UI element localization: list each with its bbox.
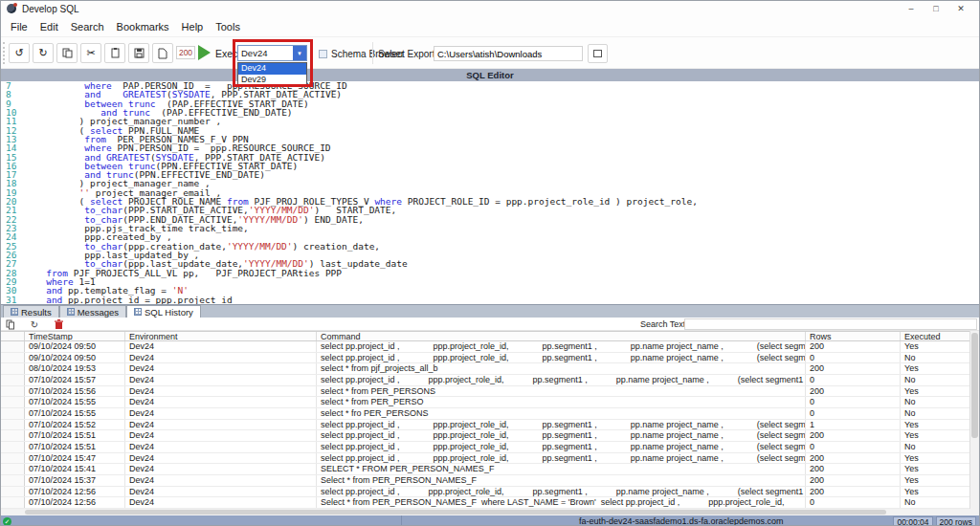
server-name: fa-euth-dev24-saasfademo1.ds-fa.oraclepd… [402, 516, 893, 526]
refresh-button[interactable]: ↻ [28, 318, 41, 330]
connection-ok-icon: ✓ [3, 517, 11, 526]
status-bar: ✓ fa-euth-dev24-saasfademo1.ds-fa.oracle… [1, 515, 979, 526]
window-title: Develop SQL [22, 4, 78, 14]
dropdown-option-dev29[interactable]: Dev29 [238, 75, 306, 86]
delete-history-button[interactable] [52, 318, 65, 330]
history-row[interactable]: 09/10/2024 09:50Dev24select pp.project_i… [1, 341, 971, 353]
maximize-button[interactable]: □ [924, 4, 948, 13]
cell-rows: 1 [806, 420, 901, 430]
column-header-environment: Environment [125, 332, 317, 340]
history-row[interactable]: 07/10/2024 15:37Dev24Select * from PER_P… [1, 475, 971, 487]
history-row[interactable]: 07/10/2024 15:52Dev24select pp.project_i… [1, 420, 971, 431]
cell-timestamp: 07/10/2024 12:56 [25, 487, 125, 497]
history-row[interactable]: 07/10/2024 15:51Dev24select pp.project_i… [1, 442, 971, 453]
grid-vertical-scrollbar[interactable] [969, 331, 979, 509]
execute-play-icon[interactable] [198, 45, 211, 60]
undo-button[interactable]: ↺ [9, 43, 30, 63]
menu-item-tools[interactable]: Tools [215, 21, 240, 33]
menu-item-file[interactable]: File [11, 21, 28, 33]
cell-timestamp: 07/10/2024 12:56 [25, 497, 125, 508]
history-row[interactable]: 07/10/2024 15:56Dev24select * from PER_P… [1, 386, 971, 398]
environment-dropdown[interactable]: Dev24 ▼ [237, 45, 307, 61]
redo-button[interactable]: ↻ [33, 43, 54, 63]
history-row[interactable]: 07/10/2024 15:47Dev24select pp.project_i… [1, 453, 971, 465]
search-text-input[interactable] [684, 318, 977, 330]
tab-label: Messages [78, 307, 119, 318]
row-selector [1, 464, 25, 474]
menu-item-search[interactable]: Search [71, 21, 104, 33]
grid-horizontal-scrollbar[interactable] [1, 509, 979, 515]
cell-executed: Yes [901, 341, 970, 352]
cell-environment: Dev24 [125, 475, 317, 486]
app-icon [7, 4, 16, 13]
row-selector [1, 375, 25, 385]
cell-rows: 0 [806, 353, 901, 363]
minimize-button[interactable]: – [899, 4, 924, 13]
results-tabs: ResultsMessagesSQL History [1, 304, 979, 318]
cell-executed: Yes [901, 430, 970, 441]
cell-command: select pp.project_id , ppp.project_role_… [317, 375, 806, 385]
cell-rows: 200 [806, 341, 901, 352]
history-row[interactable]: 07/10/2024 12:56Dev24select pp.project_i… [1, 487, 971, 498]
tab-results[interactable]: Results [3, 305, 59, 318]
menu-item-edit[interactable]: Edit [40, 21, 58, 33]
cell-executed: Yes [901, 487, 970, 497]
trash-icon [55, 319, 63, 330]
scissors-icon: ✂ [86, 47, 95, 59]
tab-label: SQL History [145, 307, 193, 318]
menu-item-help[interactable]: Help [182, 21, 204, 33]
tab-label: Results [21, 307, 52, 318]
cell-timestamp: 07/10/2024 15:51 [25, 442, 125, 452]
cut-button[interactable]: ✂ [80, 43, 101, 63]
environment-dropdown-value: Dev24 [238, 46, 293, 60]
row-selector [1, 475, 25, 486]
table-icon [134, 308, 142, 316]
document-icon [158, 48, 167, 59]
cell-executed: Yes [901, 475, 970, 486]
new-document-button[interactable] [152, 43, 173, 63]
dropdown-option-dev24[interactable]: Dev24 [238, 63, 306, 75]
save-icon [134, 48, 145, 58]
history-row[interactable]: 07/10/2024 15:57Dev24select pp.project_i… [1, 375, 971, 386]
browse-folder-button[interactable] [588, 44, 608, 63]
chevron-down-icon[interactable]: ▼ [293, 46, 306, 60]
sql-code: 7 where PAP.PERSON_ID = ppp.RESOURCE_SOU… [1, 81, 979, 304]
paste-button[interactable] [104, 43, 125, 63]
copy-icon [6, 319, 15, 330]
paste-icon [110, 48, 121, 58]
history-row[interactable]: 07/10/2024 15:55Dev24select * from PER_P… [1, 397, 971, 408]
table-icon [11, 308, 18, 316]
cell-rows: 200 [806, 487, 901, 497]
code-line: 31 and pp.project_id = ppp.project_id [1, 296, 979, 304]
cell-environment: Dev24 [125, 442, 317, 452]
refresh-icon: ↻ [31, 319, 38, 330]
close-button[interactable]: ✕ [948, 4, 973, 13]
history-row[interactable]: 07/10/2024 12:56Dev24Select * from PER_P… [1, 497, 971, 509]
status-left-section: ✓ [1, 515, 402, 526]
tab-messages[interactable]: Messages [59, 305, 126, 318]
menu-item-bookmarks[interactable]: Bookmarks [117, 21, 169, 33]
history-row[interactable]: 08/10/2024 19:53Dev24select * from pjf_p… [1, 363, 971, 375]
cell-command: Select * from PER_PERSON_NAMES_F where L… [317, 497, 806, 508]
history-row[interactable]: 07/10/2024 15:51Dev24select pp.project_i… [1, 430, 971, 442]
scrollbar-thumb[interactable] [25, 510, 886, 515]
sql-editor[interactable]: 7 where PAP.PERSON_ID = ppp.RESOURCE_SOU… [1, 81, 979, 304]
cell-timestamp: 07/10/2024 15:55 [25, 397, 125, 407]
row-selector [1, 497, 25, 508]
cell-executed: No [901, 497, 970, 508]
history-row[interactable]: 09/10/2024 09:50Dev24select pp.project_i… [1, 353, 971, 364]
cell-rows: 200 [806, 453, 901, 464]
history-row[interactable]: 07/10/2024 15:55Dev24select * fro PER_PE… [1, 408, 971, 420]
tab-sql-history[interactable]: SQL History [126, 305, 201, 318]
copy-result-button[interactable] [4, 318, 17, 330]
cell-command: select pp.project_id , ppp.project_role_… [317, 453, 806, 464]
export-folder-input[interactable] [434, 46, 583, 61]
rows-limit-input[interactable] [176, 46, 195, 59]
toolbar: ↺ ↻ ✂ Execute Schema Browser Select Expo… [1, 37, 979, 69]
scrollbar-thumb[interactable] [971, 333, 978, 438]
save-button[interactable] [128, 43, 149, 63]
history-row[interactable]: 07/10/2024 15:41Dev24SELECT * FROM PER_P… [1, 464, 971, 475]
schema-browser-checkbox[interactable] [319, 50, 327, 58]
copy-button[interactable] [56, 43, 78, 63]
column-header-rows: Rows [806, 332, 901, 340]
